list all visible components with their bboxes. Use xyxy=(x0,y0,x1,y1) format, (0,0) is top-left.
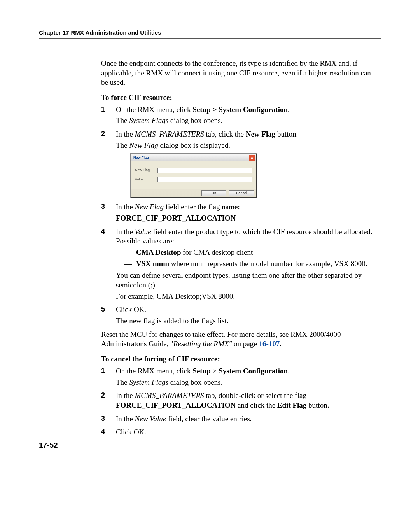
force-step-3: 3 In the New Flag field enter the flag n… xyxy=(101,202,377,223)
dialog-row-flag: New Flag: xyxy=(135,168,252,173)
step-note-2: For example, CMA Desktop;VSX 8000. xyxy=(116,292,377,301)
value-option-vsx: VSX nnnn where nnnn represents the model… xyxy=(124,259,377,269)
step-number: 2 xyxy=(101,391,105,400)
intro-paragraph: Once the endpoint connects to the confer… xyxy=(101,59,377,88)
chapter-header: Chapter 17-RMX Administration and Utilit… xyxy=(39,29,381,36)
step-subtext: The new flag is added to the flags list. xyxy=(116,316,377,326)
value-list: CMA Desktop for CMA desktop client VSX n… xyxy=(124,248,377,268)
ok-button[interactable]: OK xyxy=(201,190,226,196)
new-flag-input[interactable] xyxy=(158,168,252,173)
force-step-4: 4 In the Value field enter the product t… xyxy=(101,227,377,301)
value-option-cma: CMA Desktop for CMA desktop client xyxy=(124,248,377,258)
cancel-steps-list: 1 On the RMX menu, click Setup > System … xyxy=(101,366,377,437)
step-number: 2 xyxy=(101,130,105,138)
step-subtext: The System Flags dialog box opens. xyxy=(116,378,377,387)
step-text: On the RMX menu, click Setup > System Co… xyxy=(116,367,290,375)
new-flag-dialog: New Flag x New Flag: Value: xyxy=(131,154,257,198)
force-cif-heading: To force CIF resource: xyxy=(101,93,377,103)
step-note-1: You can define several endpoint types, l… xyxy=(116,271,377,290)
document-page: Chapter 17-RMX Administration and Utilit… xyxy=(0,0,420,508)
cancel-step-2: 2 In the MCMS_PARAMETERS tab, double-cli… xyxy=(101,391,377,410)
step-number: 1 xyxy=(101,105,105,114)
force-step-1: 1 On the RMX menu, click Setup > System … xyxy=(101,105,377,126)
cancel-cif-heading: To cancel the forcing of CIF resource: xyxy=(101,354,377,364)
step-text: On the RMX menu, click Setup > System Co… xyxy=(116,105,290,114)
close-icon[interactable]: x xyxy=(249,155,255,161)
step-number: 3 xyxy=(101,202,105,211)
dialog-footer: OK Cancel xyxy=(131,189,256,198)
dialog-row-value: Value: xyxy=(135,177,252,182)
step-number: 4 xyxy=(101,227,105,236)
step-number: 4 xyxy=(101,427,105,436)
page-crossref-link[interactable]: 16-107 xyxy=(259,340,280,348)
header-rule xyxy=(39,38,381,39)
cancel-step-3: 3 In the New Value field, clear the valu… xyxy=(101,414,377,424)
step-text: In the Value field enter the product typ… xyxy=(116,228,373,245)
step-text: Click OK. xyxy=(116,305,146,314)
step-subtext: The New Flag dialog box is displayed. xyxy=(116,141,377,151)
reset-paragraph: Reset the MCU for changes to take effect… xyxy=(101,330,377,349)
step-number: 1 xyxy=(101,366,105,375)
step-number: 5 xyxy=(101,305,105,314)
force-step-2: 2 In the MCMS_PARAMETERS tab, click the … xyxy=(101,130,377,198)
dialog-title: New Flag xyxy=(133,156,149,159)
body-text: Once the endpoint connects to the confer… xyxy=(101,59,377,437)
force-steps-list: 1 On the RMX menu, click Setup > System … xyxy=(101,105,377,326)
dialog-titlebar: New Flag x xyxy=(131,154,256,161)
step-text: In the MCMS_PARAMETERS tab, click the Ne… xyxy=(116,130,298,138)
cancel-step-1: 1 On the RMX menu, click Setup > System … xyxy=(101,366,377,387)
step-text: Click OK. xyxy=(116,428,146,436)
step-text: In the MCMS_PARAMETERS tab, double-click… xyxy=(116,391,329,409)
cancel-button[interactable]: Cancel xyxy=(229,190,254,196)
value-label: Value: xyxy=(135,177,158,182)
cancel-step-4: 4 Click OK. xyxy=(101,427,377,437)
step-subtext: The System Flags dialog box opens. xyxy=(116,116,377,126)
step-text: In the New Value field, clear the value … xyxy=(116,415,252,423)
flag-name: FORCE_CIF_PORT_ALLOCATION xyxy=(116,214,377,223)
dialog-body: New Flag: Value: xyxy=(131,161,256,189)
step-number: 3 xyxy=(101,414,105,423)
new-flag-label: New Flag: xyxy=(135,168,158,173)
step-text: In the New Flag field enter the flag nam… xyxy=(116,203,240,211)
force-step-5: 5 Click OK. The new flag is added to the… xyxy=(101,305,377,326)
page-number: 17-52 xyxy=(39,441,58,450)
value-input[interactable] xyxy=(158,177,252,182)
